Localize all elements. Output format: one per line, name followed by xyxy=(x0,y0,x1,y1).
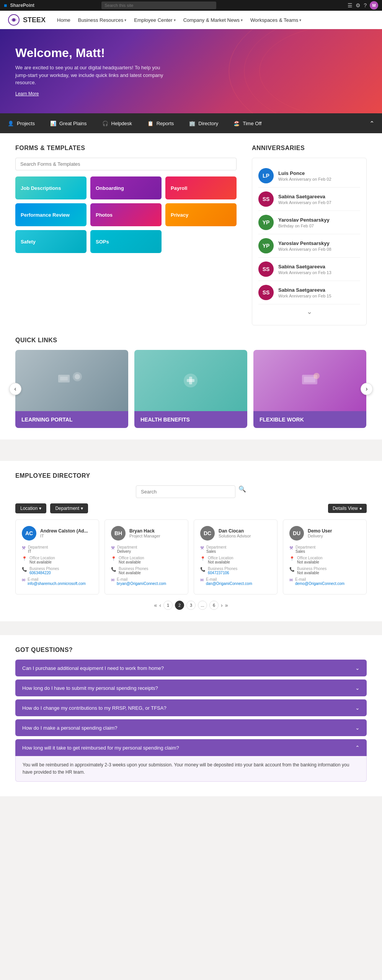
hero-banner: Welcome, Matt! We are excited to see you… xyxy=(0,29,382,113)
details-view-button[interactable]: Details View ● xyxy=(328,504,367,513)
hero-learn-more-link[interactable]: Learn More xyxy=(15,91,39,96)
quicklink-card-flexible[interactable]: FLEXIBLE WORK xyxy=(253,350,366,428)
form-card-sops[interactable]: SOPs xyxy=(90,230,162,253)
form-card-onboarding[interactable]: Onboarding xyxy=(90,176,162,199)
carousel-prev-button[interactable]: ‹ xyxy=(9,383,21,395)
dir-email-val-0[interactable]: info@sharemuch.onmicrosoft.com xyxy=(28,581,86,586)
timeoff-icon: 🏖️ xyxy=(233,121,240,126)
phone-icon-2: 📞 xyxy=(200,567,206,572)
quicklink-card-learning[interactable]: LEARNING PORTAL xyxy=(15,350,128,428)
nav-employee[interactable]: Employee Center ▾ xyxy=(134,17,175,23)
anniversary-item-1: SS Sabina Saetgareeva Work Anniversary o… xyxy=(258,188,360,211)
page-last-button[interactable]: » xyxy=(225,602,228,608)
dir-pagination: « ‹ 1 2 3 ... 6 › » xyxy=(15,601,367,610)
dir-email-val-2[interactable]: dan@OrigamiConnect.com xyxy=(206,581,252,586)
dept-icon-3: ⚒ xyxy=(289,546,293,550)
dir-search-input[interactable] xyxy=(136,485,235,498)
directory-icon: 🏢 xyxy=(189,121,195,126)
topbar-search-box[interactable] xyxy=(101,2,216,9)
dir-search-icon[interactable]: 🔍 xyxy=(238,485,246,498)
dir-email-val-1[interactable]: bryan@OrigamiConnect.com xyxy=(117,581,166,586)
quicknav-directory[interactable]: 🏢 Directory xyxy=(189,121,218,126)
location-chevron-icon: ▾ xyxy=(39,506,41,511)
page-btn-6[interactable]: 6 xyxy=(209,601,219,610)
quicknav-greatplains[interactable]: 📊 Great Plains xyxy=(50,121,87,126)
quicknav-reports[interactable]: 📋 Reports xyxy=(147,121,174,126)
dir-email-row-2: ✉ E-mail dan@OrigamiConnect.com xyxy=(200,577,271,586)
carousel-container: LEARNING PORTAL HEALTH BENEFITS xyxy=(15,350,367,428)
page-btn-1[interactable]: 1 xyxy=(163,601,173,610)
quicknav-projects[interactable]: 👤 Projects xyxy=(8,121,35,126)
quicknav-expand-icon[interactable]: ⌃ xyxy=(369,120,374,127)
page-next-button[interactable]: › xyxy=(221,602,223,608)
dir-phone-row-1: 📞 Business Phones Not available xyxy=(111,567,182,575)
dir-office-row-1: 📍 Office Location Not available xyxy=(111,556,182,564)
email-icon-0: ✉ xyxy=(22,578,25,583)
faq-item-4[interactable]: How long will it take to get reimbursed … xyxy=(15,739,367,756)
hero-title: Welcome, Matt! xyxy=(15,46,168,60)
nav-business-chevron: ▾ xyxy=(124,18,126,22)
flexible-work-image xyxy=(253,350,366,411)
quicklink-card-health[interactable]: HEALTH BENEFITS xyxy=(134,350,247,428)
svg-rect-8 xyxy=(187,379,194,382)
location-filter-button[interactable]: Location ▾ xyxy=(15,503,46,513)
department-filter-button[interactable]: Department ▾ xyxy=(50,503,88,513)
faq-chevron-1: ⌄ xyxy=(355,685,360,691)
settings-icon[interactable]: ⚙ xyxy=(356,2,361,8)
dir-email-val-3[interactable]: demo@OrigamiConnect.com xyxy=(295,581,344,586)
anniversary-info-3: Yaroslav Pentsarskyy Work Anniversary on… xyxy=(278,240,331,252)
help-icon[interactable]: ? xyxy=(364,2,367,8)
employee-directory-title: EMPLOYEE DIRECTORY xyxy=(15,472,367,479)
nav-business[interactable]: Business Resources ▾ xyxy=(78,17,127,23)
dept-icon-0: ⚒ xyxy=(22,546,26,550)
form-card-privacy[interactable]: Privacy xyxy=(165,203,237,226)
anniversary-info-4: Sabina Saetgareeva Work Anniversary on F… xyxy=(278,264,331,275)
notification-icon[interactable]: ☰ xyxy=(348,2,353,8)
nav-company[interactable]: Company & Market News ▾ xyxy=(183,17,243,23)
anniversary-item-5: SS Sabina Saetgareeva Work Anniversary o… xyxy=(258,281,360,304)
faq-item-1[interactable]: How long do I have to submit my personal… xyxy=(15,679,367,696)
user-avatar[interactable]: M xyxy=(370,1,378,10)
form-card-performance[interactable]: Performance Review xyxy=(15,203,87,226)
form-card-payroll[interactable]: Payroll xyxy=(165,176,237,199)
form-card-photos[interactable]: Photos xyxy=(90,203,162,226)
page-btn-3[interactable]: 3 xyxy=(186,601,196,610)
anniversary-item-4: SS Sabina Saetgareeva Work Anniversary o… xyxy=(258,258,360,281)
faq-item-2[interactable]: How do I change my contributions to my R… xyxy=(15,699,367,716)
dir-phone-val-0[interactable]: 6063484220 xyxy=(29,571,59,575)
form-card-job-descriptions[interactable]: Job Descriptions xyxy=(15,176,87,199)
anniversaries-box: LP Luis Ponce Work Anniversary on Feb 02… xyxy=(252,158,367,325)
learning-portal-image xyxy=(15,350,128,411)
quicknav-helpdesk[interactable]: 🎧 Helpdesk xyxy=(102,121,132,126)
form-card-safety[interactable]: Safety xyxy=(15,230,87,253)
nav-workspaces[interactable]: Workspaces & Teams ▾ xyxy=(250,17,301,23)
page-btn-2[interactable]: 2 xyxy=(175,601,184,610)
dir-emp-role-2: Solutions Advisor xyxy=(219,534,251,538)
anniversaries-show-more[interactable]: ⌄ xyxy=(258,304,360,319)
faq-chevron-2: ⌄ xyxy=(355,705,360,711)
hero-content: Welcome, Matt! We are excited to see you… xyxy=(15,46,168,96)
phone-icon-1: 📞 xyxy=(111,567,116,572)
dir-dept-row-1: ⚒ Department Delivery xyxy=(111,545,182,554)
page-prev-button[interactable]: ‹ xyxy=(159,602,161,608)
nav-logo[interactable]: STEEX xyxy=(8,14,46,26)
svg-point-11 xyxy=(313,373,320,379)
dir-phone-val-2[interactable]: 6047237106 xyxy=(208,571,237,575)
dir-avatar-1: BH xyxy=(111,526,126,541)
nav-home[interactable]: Home xyxy=(57,17,70,23)
topbar-search-input[interactable] xyxy=(104,3,213,8)
faq-item-3[interactable]: How do I make a personal spending claim?… xyxy=(15,719,367,736)
reports-icon: 📋 xyxy=(147,121,153,126)
forms-search-input[interactable] xyxy=(15,158,237,170)
dir-office-row-2: 📍 Office Location Not available xyxy=(200,556,271,564)
dir-phone-row-2: 📞 Business Phones 6047237106 xyxy=(200,567,271,575)
svg-point-1 xyxy=(12,18,15,21)
logo-icon xyxy=(8,14,20,26)
carousel-next-button[interactable]: › xyxy=(361,383,373,395)
dir-emp-name-0: Andrew Calston (Ad... xyxy=(40,528,88,534)
faq-item-0[interactable]: Can I purchase additional equipment I ne… xyxy=(15,660,367,676)
logo-text: STEEX xyxy=(23,16,46,24)
faq-chevron-4: ⌃ xyxy=(355,745,360,751)
quicknav-timeoff[interactable]: 🏖️ Time Off xyxy=(233,121,261,126)
page-first-button[interactable]: « xyxy=(154,602,157,608)
